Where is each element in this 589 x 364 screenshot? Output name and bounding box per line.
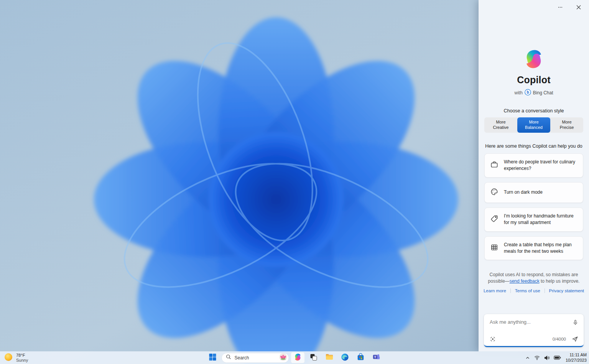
task-view-button[interactable] bbox=[307, 352, 321, 363]
taskbar-center: Search bbox=[206, 352, 383, 363]
tray-date: 10/27/2023 bbox=[566, 358, 587, 363]
ai-disclaimer: Copilot uses AI to respond, so mistakes … bbox=[485, 272, 582, 284]
copilot-taskbar-icon bbox=[294, 353, 302, 363]
suggestion-text: Create a table that helps me plan meals … bbox=[504, 242, 577, 255]
search-icon bbox=[226, 354, 232, 361]
mic-icon[interactable] bbox=[572, 319, 579, 326]
chat-input-card: 0/4000 bbox=[484, 314, 584, 347]
tab-more-precise[interactable]: More Precise bbox=[550, 117, 583, 133]
suggestion-card-travel[interactable]: Where do people travel for culinary expe… bbox=[484, 153, 583, 178]
suggestion-card-dark-mode[interactable]: Turn on dark mode bbox=[484, 182, 583, 203]
more-options-icon[interactable] bbox=[555, 3, 565, 11]
chat-input-row bbox=[484, 314, 584, 326]
search-label: Search bbox=[235, 355, 276, 361]
sun-icon bbox=[4, 352, 13, 363]
chat-input[interactable] bbox=[490, 319, 572, 325]
clock-widget[interactable]: 11:11 AM 10/27/2023 bbox=[564, 352, 587, 363]
taskbar-copilot-button[interactable] bbox=[291, 352, 305, 363]
suggestion-card-furniture[interactable]: I'm looking for handmade furniture for m… bbox=[484, 208, 583, 232]
copilot-logo bbox=[523, 48, 545, 70]
suggestion-card-meal-table[interactable]: Create a table that helps me plan meals … bbox=[484, 236, 583, 260]
start-button[interactable] bbox=[206, 352, 220, 363]
suggestion-cards: Where do people travel for culinary expe… bbox=[484, 149, 583, 260]
task-view-icon bbox=[309, 353, 318, 363]
bing-icon: b bbox=[525, 89, 531, 97]
tab-more-balanced[interactable]: More Balanced bbox=[517, 117, 550, 133]
edge-icon bbox=[341, 353, 349, 363]
footer-links: Learn more Terms of use Privacy statemen… bbox=[479, 288, 589, 293]
copilot-panel-header bbox=[479, 0, 589, 12]
copilot-panel: Copilot with b Bing Chat Choose a conver… bbox=[479, 0, 589, 351]
privacy-statement-link[interactable]: Privacy statement bbox=[545, 288, 588, 293]
teams-button[interactable]: T bbox=[370, 352, 383, 363]
conversation-style-tabs: More Creative More Balanced More Precise bbox=[484, 117, 583, 133]
file-explorer-button[interactable] bbox=[322, 352, 336, 363]
suggestion-text: I'm looking for handmade furniture for m… bbox=[504, 213, 577, 226]
weather-condition: Sunny bbox=[16, 358, 28, 362]
windows-start-icon bbox=[209, 353, 217, 363]
tray-time: 11:11 AM bbox=[566, 352, 587, 358]
send-feedback-link[interactable]: send feedback bbox=[510, 278, 540, 284]
weather-widget[interactable]: 78°F Sunny bbox=[4, 352, 28, 363]
lotus-icon bbox=[279, 353, 288, 363]
store-button[interactable] bbox=[354, 352, 368, 363]
weather-temp: 78°F bbox=[16, 353, 28, 358]
volume-icon[interactable] bbox=[544, 355, 550, 361]
table-icon bbox=[490, 243, 499, 253]
tab-more-creative[interactable]: More Creative bbox=[484, 117, 517, 133]
svg-text:b: b bbox=[526, 90, 529, 94]
send-icon[interactable] bbox=[571, 336, 579, 343]
suggestion-text: Turn on dark mode bbox=[504, 189, 543, 196]
conversation-style-heading: Choose a conversation style bbox=[479, 108, 589, 114]
copilot-title: Copilot bbox=[479, 74, 589, 86]
teams-icon: T bbox=[372, 353, 381, 363]
copilot-subtitle: with b Bing Chat bbox=[479, 89, 589, 97]
edge-button[interactable] bbox=[338, 352, 352, 363]
tag-icon bbox=[490, 214, 499, 224]
char-counter: 0/4000 bbox=[553, 337, 566, 341]
battery-icon[interactable] bbox=[554, 355, 561, 360]
palette-icon bbox=[490, 188, 499, 198]
chat-input-toolbar: 0/4000 bbox=[489, 336, 579, 343]
store-icon bbox=[357, 353, 365, 363]
suggestions-heading: Here are some things Copilot can help yo… bbox=[479, 143, 589, 149]
subtitle-with: with bbox=[514, 90, 522, 96]
taskbar: 78°F Sunny bbox=[0, 351, 589, 364]
suggestion-text: Where do people travel for culinary expe… bbox=[504, 159, 577, 172]
panel-spacer bbox=[479, 293, 589, 314]
system-tray: 11:11 AM 10/27/2023 bbox=[525, 352, 587, 363]
learn-more-link[interactable]: Learn more bbox=[479, 288, 510, 293]
terms-of-use-link[interactable]: Terms of use bbox=[510, 288, 545, 293]
taskbar-search[interactable]: Search bbox=[222, 353, 289, 363]
file-explorer-icon bbox=[325, 352, 334, 363]
wifi-icon[interactable] bbox=[534, 355, 540, 361]
svg-text:T: T bbox=[374, 355, 376, 359]
visual-search-icon[interactable] bbox=[489, 336, 496, 343]
chevron-up-icon[interactable] bbox=[525, 355, 530, 361]
subtitle-bing-chat: Bing Chat bbox=[533, 90, 553, 96]
briefcase-icon bbox=[490, 160, 499, 170]
close-icon[interactable] bbox=[574, 3, 584, 11]
